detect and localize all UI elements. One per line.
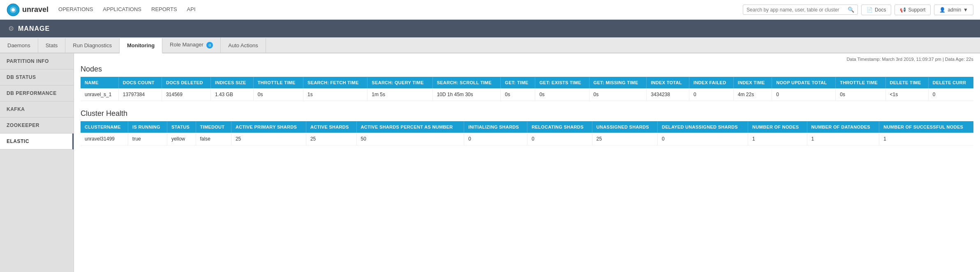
col-number-of-nodes: NUMBER OF NODES [748, 121, 807, 133]
logo-icon [7, 3, 20, 16]
cell-search-scroll: 10D 1h 45m 30s [432, 88, 501, 101]
cell-num-nodes: 1 [748, 133, 807, 145]
user-icon: 👤 [939, 7, 945, 13]
nav-applications[interactable]: APPLICATIONS [103, 0, 141, 19]
col-get-exists: GET: EXISTS TIME [535, 77, 589, 88]
cell-get-missing: 0s [589, 88, 647, 101]
cell-index-total: 3434238 [647, 88, 689, 101]
col-throttle-time: THROTTLE TIME [253, 77, 303, 88]
cell-index-failed: 0 [689, 88, 733, 101]
col-initializing-shards: INITIALIZING SHARDS [464, 121, 527, 133]
col-number-of-successful: NUMBER OF SUCCESSFUL NODES [879, 121, 973, 133]
sidebar-item-db-performance[interactable]: DB PERFORMANCE [0, 85, 74, 101]
cell-status: yellow [167, 133, 196, 145]
col-unassigned-shards: UNASSIGNED SHARDS [592, 121, 657, 133]
cell-docs-deleted: 314569 [162, 88, 210, 101]
col-get-time: GET: TIME [501, 77, 535, 88]
tab-auto-actions[interactable]: Auto Actions [221, 38, 266, 53]
col-indices-size: INDICES SIZE [210, 77, 253, 88]
cell-active-primary: 25 [231, 133, 306, 145]
col-index-total: INDEX TOTAL [647, 77, 689, 88]
tabs-bar: Daemons Stats Run Diagnostics Monitoring… [0, 37, 980, 53]
cell-clustername: unravel31499 [81, 133, 128, 145]
col-search-query: SEARCH: QUERY TIME [368, 77, 432, 88]
col-active-primary-shards: ACTIVE PRIMARY SHARDS [231, 121, 306, 133]
user-menu-button[interactable]: 👤 admin ▼ [934, 5, 973, 15]
main-content: PARTITION INFO DB STATUS DB PERFORMANCE … [0, 53, 980, 272]
cell-active-shards: 25 [306, 133, 356, 145]
support-icon: 📢 [900, 7, 906, 13]
logo-text: unravel [22, 5, 49, 14]
col-index-time: INDEX TIME [733, 77, 772, 88]
cluster-health-header: CLUSTERNAME IS RUNNING STATUS TIMEDOUT A… [81, 121, 973, 133]
content-area: Data Timestamp: March 3rd 2019, 11:09:37… [74, 53, 980, 272]
cluster-health-table: CLUSTERNAME IS RUNNING STATUS TIMEDOUT A… [81, 121, 973, 145]
cell-throttle-time2: 0s [836, 88, 885, 101]
cell-relocating: 0 [527, 133, 592, 145]
col-number-of-datanodes: NUMBER OF DATANODES [807, 121, 879, 133]
cell-name: unravel_s_1 [81, 88, 118, 101]
col-clustername: CLUSTERNAME [81, 121, 128, 133]
sidebar-item-zookeeper[interactable]: ZOOKEEPER [0, 118, 74, 134]
sidebar-item-elastic[interactable]: ELASTIC [0, 134, 74, 150]
nav-operations[interactable]: OPERATIONS [58, 0, 93, 19]
cell-index-time: 4m 22s [733, 88, 772, 101]
table-row: unravel_s_1 13797384 314569 1.43 GB 0s 1… [81, 88, 973, 101]
docs-label: Docs [875, 7, 886, 13]
alpha-badge: α [206, 42, 213, 48]
gear-icon: ⚙ [8, 25, 14, 32]
support-button[interactable]: 📢 Support [894, 5, 931, 15]
cluster-health-table-container: CLUSTERNAME IS RUNNING STATUS TIMEDOUT A… [81, 121, 973, 145]
nav-api[interactable]: API [187, 0, 196, 19]
table-row: unravel31499 true yellow false 25 25 50 … [81, 133, 973, 145]
col-active-shards: ACTIVE SHARDS [306, 121, 356, 133]
col-delete-curr: DELETE CURR [928, 77, 973, 88]
col-get-missing: GET: MISSING TIME [589, 77, 647, 88]
cluster-health-section-title: Cluster Health [74, 108, 980, 121]
col-delayed-unassigned: DELAYED UNASSIGNED SHARDS [657, 121, 748, 133]
top-nav: unravel OPERATIONS APPLICATIONS REPORTS … [0, 0, 980, 20]
cell-timedout: false [196, 133, 231, 145]
sidebar-item-db-status[interactable]: DB STATUS [0, 69, 74, 85]
sidebar-item-kafka[interactable]: KAFKA [0, 101, 74, 118]
svg-point-2 [12, 8, 15, 12]
col-is-running: IS RUNNING [128, 121, 167, 133]
cell-num-datanodes: 1 [807, 133, 879, 145]
nav-links: OPERATIONS APPLICATIONS REPORTS API [58, 0, 743, 19]
col-timedout: TIMEDOUT [196, 121, 231, 133]
cell-delayed-unassigned: 0 [657, 133, 748, 145]
tab-monitoring[interactable]: Monitoring [120, 38, 162, 53]
role-manager-label: Role Manager [170, 41, 203, 48]
search-input[interactable] [747, 7, 848, 13]
col-index-failed: INDEX FAILED [689, 77, 733, 88]
cell-unassigned: 25 [592, 133, 657, 145]
cell-get-exists: 0s [535, 88, 589, 101]
cell-noop-update: 0 [772, 88, 836, 101]
cell-get-time: 0s [501, 88, 535, 101]
nodes-table-container: NAME DOCS COUNT DOCS DELETED INDICES SIZ… [81, 77, 973, 101]
col-active-shards-percent: ACTIVE SHARDS PERCENT AS NUMBER [356, 121, 464, 133]
tab-stats[interactable]: Stats [38, 38, 66, 53]
cell-search-fetch: 1s [303, 88, 368, 101]
search-bar[interactable]: 🔍 [743, 5, 858, 15]
col-relocating-shards: RELOCATING SHARDS [527, 121, 592, 133]
col-noop-update: NOOP UPDATE TOTAL [772, 77, 836, 88]
search-icon: 🔍 [848, 7, 854, 13]
tab-role-manager[interactable]: Role Manager α [162, 37, 221, 53]
col-search-scroll: SEARCH: SCROLL TIME [432, 77, 501, 88]
manage-title: MANAGE [18, 25, 50, 32]
cell-initializing: 0 [464, 133, 527, 145]
tab-run-diagnostics[interactable]: Run Diagnostics [65, 38, 120, 53]
sidebar-item-partition-info[interactable]: PARTITION INFO [0, 53, 74, 69]
tab-daemons[interactable]: Daemons [0, 38, 38, 53]
nav-right: 🔍 📄 Docs 📢 Support 👤 admin ▼ [743, 5, 973, 15]
logo-area: unravel [7, 3, 49, 16]
cell-delete-curr: 0 [928, 88, 973, 101]
cell-is-running: true [128, 133, 167, 145]
cell-throttle-time: 0s [253, 88, 303, 101]
nodes-table: NAME DOCS COUNT DOCS DELETED INDICES SIZ… [81, 77, 973, 101]
col-delete-time: DELETE TIME [885, 77, 928, 88]
cell-indices-size: 1.43 GB [210, 88, 253, 101]
nav-reports[interactable]: REPORTS [151, 0, 177, 19]
docs-button[interactable]: 📄 Docs [861, 5, 891, 15]
